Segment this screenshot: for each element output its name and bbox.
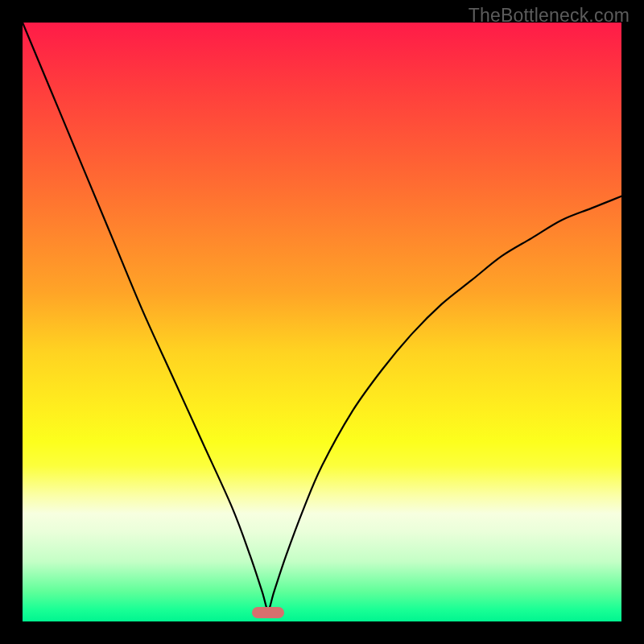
watermark-text: TheBottleneck.com xyxy=(469,5,630,27)
plot-area xyxy=(23,23,621,621)
bottleneck-curve xyxy=(23,23,621,621)
chart-frame: TheBottleneck.com xyxy=(0,0,644,644)
optimal-point-marker xyxy=(252,607,284,618)
